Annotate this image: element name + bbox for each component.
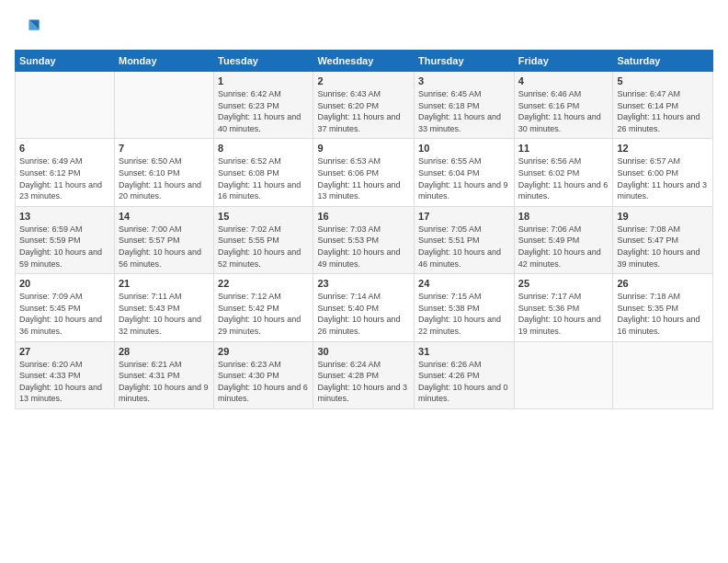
day-number-30: 30: [317, 346, 410, 357]
day-info-17: Sunrise: 7:05 AM Sunset: 5:51 PM Dayligh…: [418, 224, 510, 270]
day-number-9: 9: [317, 143, 410, 154]
day-number-26: 26: [617, 278, 709, 289]
logo: [15, 15, 44, 40]
calendar-table: SundayMondayTuesdayWednesdayThursdayFrid…: [15, 50, 713, 409]
day-cell-6: 6Sunrise: 6:49 AM Sunset: 6:12 PM Daylig…: [16, 139, 115, 206]
week-row-4: 20Sunrise: 7:09 AM Sunset: 5:45 PM Dayli…: [16, 274, 713, 341]
weekday-header-saturday: Saturday: [613, 51, 713, 72]
day-number-15: 15: [218, 211, 309, 222]
day-cell-13: 13Sunrise: 6:59 AM Sunset: 5:59 PM Dayli…: [16, 206, 115, 273]
day-info-13: Sunrise: 6:59 AM Sunset: 5:59 PM Dayligh…: [19, 224, 110, 270]
day-cell-20: 20Sunrise: 7:09 AM Sunset: 5:45 PM Dayli…: [16, 274, 115, 341]
day-info-24: Sunrise: 7:15 AM Sunset: 5:38 PM Dayligh…: [418, 291, 510, 337]
day-number-4: 4: [518, 75, 609, 86]
day-number-11: 11: [518, 143, 609, 154]
day-cell-26: 26Sunrise: 7:18 AM Sunset: 5:35 PM Dayli…: [613, 274, 713, 341]
day-cell-9: 9Sunrise: 6:53 AM Sunset: 6:06 PM Daylig…: [313, 139, 415, 206]
weekday-header-friday: Friday: [514, 51, 613, 72]
day-number-29: 29: [218, 346, 309, 357]
header: [15, 15, 713, 40]
day-info-19: Sunrise: 7:08 AM Sunset: 5:47 PM Dayligh…: [617, 224, 709, 270]
day-info-22: Sunrise: 7:12 AM Sunset: 5:42 PM Dayligh…: [218, 291, 309, 337]
day-number-21: 21: [119, 278, 210, 289]
day-number-14: 14: [119, 211, 210, 222]
day-cell-21: 21Sunrise: 7:11 AM Sunset: 5:43 PM Dayli…: [114, 274, 213, 341]
day-cell-23: 23Sunrise: 7:14 AM Sunset: 5:40 PM Dayli…: [313, 274, 415, 341]
week-row-2: 6Sunrise: 6:49 AM Sunset: 6:12 PM Daylig…: [16, 139, 713, 206]
day-cell-19: 19Sunrise: 7:08 AM Sunset: 5:47 PM Dayli…: [613, 206, 713, 273]
day-cell-27: 27Sunrise: 6:20 AM Sunset: 4:33 PM Dayli…: [16, 341, 115, 408]
day-info-2: Sunrise: 6:43 AM Sunset: 6:20 PM Dayligh…: [317, 88, 410, 134]
weekday-header-wednesday: Wednesday: [313, 51, 415, 72]
day-cell-31: 31Sunrise: 6:26 AM Sunset: 4:26 PM Dayli…: [415, 341, 515, 408]
empty-cell: [114, 72, 213, 139]
day-number-8: 8: [218, 143, 309, 154]
day-info-11: Sunrise: 6:56 AM Sunset: 6:02 PM Dayligh…: [518, 155, 609, 201]
empty-cell: [613, 341, 713, 408]
day-number-20: 20: [19, 278, 110, 289]
day-cell-24: 24Sunrise: 7:15 AM Sunset: 5:38 PM Dayli…: [415, 274, 515, 341]
week-row-1: 1Sunrise: 6:42 AM Sunset: 6:23 PM Daylig…: [16, 72, 713, 139]
day-info-21: Sunrise: 7:11 AM Sunset: 5:43 PM Dayligh…: [119, 291, 210, 337]
day-info-29: Sunrise: 6:23 AM Sunset: 4:30 PM Dayligh…: [218, 359, 309, 405]
day-cell-2: 2Sunrise: 6:43 AM Sunset: 6:20 PM Daylig…: [313, 72, 415, 139]
day-cell-18: 18Sunrise: 7:06 AM Sunset: 5:49 PM Dayli…: [514, 206, 613, 273]
day-info-12: Sunrise: 6:57 AM Sunset: 6:00 PM Dayligh…: [617, 155, 709, 201]
day-info-27: Sunrise: 6:20 AM Sunset: 4:33 PM Dayligh…: [19, 359, 110, 405]
day-number-16: 16: [317, 211, 410, 222]
day-cell-11: 11Sunrise: 6:56 AM Sunset: 6:02 PM Dayli…: [514, 139, 613, 206]
day-number-1: 1: [218, 75, 309, 86]
day-info-25: Sunrise: 7:17 AM Sunset: 5:36 PM Dayligh…: [518, 291, 609, 337]
day-info-31: Sunrise: 6:26 AM Sunset: 4:26 PM Dayligh…: [418, 359, 510, 405]
day-number-2: 2: [317, 75, 410, 86]
page: SundayMondayTuesdayWednesdayThursdayFrid…: [0, 0, 728, 563]
day-number-23: 23: [317, 278, 410, 289]
day-info-18: Sunrise: 7:06 AM Sunset: 5:49 PM Dayligh…: [518, 224, 609, 270]
day-number-17: 17: [418, 211, 510, 222]
day-number-10: 10: [418, 143, 510, 154]
day-number-27: 27: [19, 346, 110, 357]
day-number-6: 6: [19, 143, 110, 154]
weekday-header-row: SundayMondayTuesdayWednesdayThursdayFrid…: [16, 51, 713, 72]
day-number-24: 24: [418, 278, 510, 289]
day-number-7: 7: [119, 143, 210, 154]
day-number-5: 5: [617, 75, 709, 86]
day-number-12: 12: [617, 143, 709, 154]
day-info-26: Sunrise: 7:18 AM Sunset: 5:35 PM Dayligh…: [617, 291, 709, 337]
day-cell-25: 25Sunrise: 7:17 AM Sunset: 5:36 PM Dayli…: [514, 274, 613, 341]
day-number-3: 3: [418, 75, 510, 86]
day-number-22: 22: [218, 278, 309, 289]
day-cell-1: 1Sunrise: 6:42 AM Sunset: 6:23 PM Daylig…: [214, 72, 313, 139]
day-cell-22: 22Sunrise: 7:12 AM Sunset: 5:42 PM Dayli…: [214, 274, 313, 341]
day-cell-12: 12Sunrise: 6:57 AM Sunset: 6:00 PM Dayli…: [613, 139, 713, 206]
day-cell-4: 4Sunrise: 6:46 AM Sunset: 6:16 PM Daylig…: [514, 72, 613, 139]
day-info-1: Sunrise: 6:42 AM Sunset: 6:23 PM Dayligh…: [218, 88, 309, 134]
empty-cell: [514, 341, 613, 408]
day-number-28: 28: [119, 346, 210, 357]
week-row-5: 27Sunrise: 6:20 AM Sunset: 4:33 PM Dayli…: [16, 341, 713, 408]
day-info-14: Sunrise: 7:00 AM Sunset: 5:57 PM Dayligh…: [119, 224, 210, 270]
day-info-30: Sunrise: 6:24 AM Sunset: 4:28 PM Dayligh…: [317, 359, 410, 405]
day-cell-8: 8Sunrise: 6:52 AM Sunset: 6:08 PM Daylig…: [214, 139, 313, 206]
day-info-3: Sunrise: 6:45 AM Sunset: 6:18 PM Dayligh…: [418, 88, 510, 134]
day-cell-5: 5Sunrise: 6:47 AM Sunset: 6:14 PM Daylig…: [613, 72, 713, 139]
day-cell-17: 17Sunrise: 7:05 AM Sunset: 5:51 PM Dayli…: [415, 206, 515, 273]
weekday-header-tuesday: Tuesday: [214, 51, 313, 72]
day-info-4: Sunrise: 6:46 AM Sunset: 6:16 PM Dayligh…: [518, 88, 609, 134]
day-number-13: 13: [19, 211, 110, 222]
day-number-19: 19: [617, 211, 709, 222]
logo-icon: [15, 15, 40, 40]
weekday-header-monday: Monday: [114, 51, 213, 72]
day-info-16: Sunrise: 7:03 AM Sunset: 5:53 PM Dayligh…: [317, 224, 410, 270]
day-cell-10: 10Sunrise: 6:55 AM Sunset: 6:04 PM Dayli…: [415, 139, 515, 206]
day-cell-16: 16Sunrise: 7:03 AM Sunset: 5:53 PM Dayli…: [313, 206, 415, 273]
day-cell-15: 15Sunrise: 7:02 AM Sunset: 5:55 PM Dayli…: [214, 206, 313, 273]
day-number-31: 31: [418, 346, 510, 357]
day-info-8: Sunrise: 6:52 AM Sunset: 6:08 PM Dayligh…: [218, 155, 309, 201]
day-cell-7: 7Sunrise: 6:50 AM Sunset: 6:10 PM Daylig…: [114, 139, 213, 206]
weekday-header-thursday: Thursday: [415, 51, 515, 72]
day-cell-30: 30Sunrise: 6:24 AM Sunset: 4:28 PM Dayli…: [313, 341, 415, 408]
day-info-5: Sunrise: 6:47 AM Sunset: 6:14 PM Dayligh…: [617, 88, 709, 134]
calendar-body: 1Sunrise: 6:42 AM Sunset: 6:23 PM Daylig…: [16, 72, 713, 409]
day-info-28: Sunrise: 6:21 AM Sunset: 4:31 PM Dayligh…: [119, 359, 210, 405]
